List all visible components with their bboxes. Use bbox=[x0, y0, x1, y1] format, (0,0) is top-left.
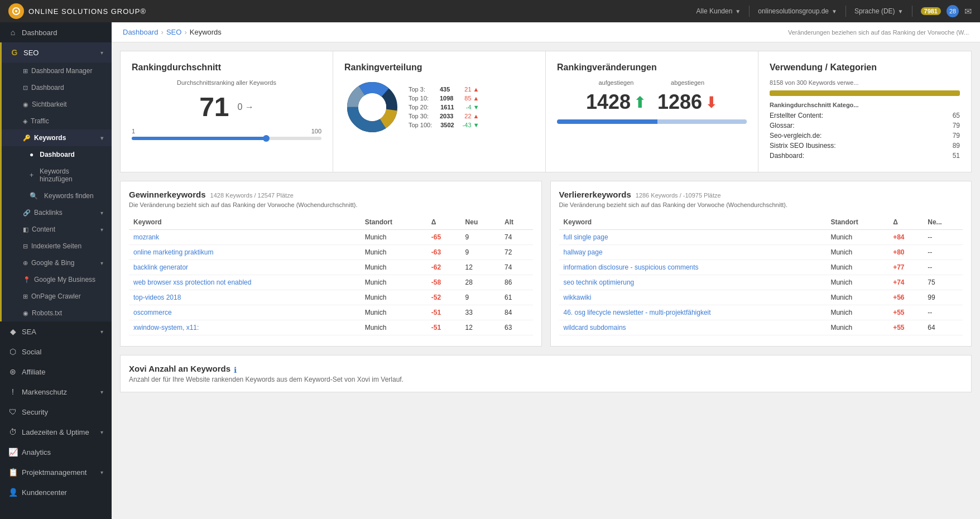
sidebar-sub-content[interactable]: ◧ Content ▾ bbox=[2, 221, 112, 238]
standort-cell-l: Munich bbox=[826, 290, 888, 305]
delta-cell-l: +80 bbox=[888, 245, 923, 260]
col-keyword: Keyword bbox=[129, 215, 361, 230]
kw-cell[interactable]: online marketing praktikum bbox=[129, 245, 361, 260]
table-row: online marketing praktikum Munich -63 9 … bbox=[129, 245, 533, 260]
kw-cell-l[interactable]: seo vergleichswerte bbox=[559, 335, 827, 338]
standort-cell-l: Munich bbox=[826, 260, 888, 275]
table-row: xwindow-system, x11: Munich -51 12 63 bbox=[129, 320, 533, 335]
language-selector[interactable]: Sprache (DE) ▼ bbox=[854, 7, 904, 15]
notification-badge[interactable]: 28 bbox=[947, 5, 959, 17]
social-icon: ⬡ bbox=[8, 347, 17, 356]
sidebar-item-analytics[interactable]: 📈 Analytics bbox=[0, 442, 112, 462]
chevron-pm: ▾ bbox=[100, 469, 103, 475]
col-alt: Alt bbox=[500, 215, 532, 230]
sidebar-sub-onpage[interactable]: ⊞ OnPage Crawler bbox=[2, 288, 112, 305]
standort-cell: Munich bbox=[361, 305, 427, 320]
chevron-gb: ▾ bbox=[100, 260, 103, 266]
kw-cell[interactable]: oscommerce bbox=[129, 305, 361, 320]
kw-cell[interactable]: top-videos 2018 bbox=[129, 290, 361, 305]
sidebar-item-dashboard[interactable]: ⌂ Dashboard bbox=[0, 22, 112, 42]
breadcrumb-bar: Dashboard › SEO › Keywords Veränderungen… bbox=[112, 22, 980, 42]
sidebar-item-projektmanagement[interactable]: 📋 Projektmanagement ▾ bbox=[0, 462, 112, 482]
delta-cell-l: +55 bbox=[888, 305, 923, 320]
sidebar-sub-robots[interactable]: ◉ Robots.txt bbox=[2, 305, 112, 321]
logo[interactable]: Online Solutions Group® bbox=[8, 3, 146, 19]
dashboard-icon: ⊡ bbox=[23, 84, 28, 92]
breadcrumb-dashboard[interactable]: Dashboard bbox=[123, 28, 158, 36]
standort-cell: Munich bbox=[361, 320, 427, 335]
kw-cell-l[interactable]: hallway page bbox=[559, 245, 827, 260]
breadcrumb-seo[interactable]: SEO bbox=[166, 28, 181, 36]
usage-label-header: Rankingdurchschnitt Katego... bbox=[770, 102, 960, 108]
avg-subtitle: Durchschnittsranking aller Keywords bbox=[132, 79, 321, 86]
sidebar-sub-keywords-add[interactable]: + Keywords hinzufügen bbox=[2, 163, 112, 188]
customer-selector[interactable]: Alle Kunden ▼ bbox=[696, 7, 741, 15]
domain-selector[interactable]: onlinesolutionsgroup.de ▼ bbox=[758, 7, 837, 15]
sidebar-sub-backlinks[interactable]: 🔗 Backlinks ▾ bbox=[2, 204, 112, 221]
sidebar-sub-dashboard[interactable]: ⊡ Dashboard bbox=[2, 79, 112, 96]
sidebar-item-seo[interactable]: G SEO ▾ bbox=[2, 42, 112, 63]
kw-cell-l[interactable]: wikkawiki bbox=[559, 290, 827, 305]
sidebar-sub-indexierte[interactable]: ⊟ Indexierte Seiten bbox=[2, 238, 112, 254]
sidebar-item-security[interactable]: 🛡 Security bbox=[0, 402, 112, 422]
xovi-title: Xovi Anzahl an Keywords bbox=[129, 364, 230, 373]
kw-cell[interactable]: online marketing mode bbox=[129, 335, 361, 338]
markenschutz-label: Markenschutz bbox=[22, 388, 96, 396]
loser-table-scroll[interactable]: Keyword Standort Δ Ne... full single pag… bbox=[559, 215, 963, 338]
avg-scale-min: 1 bbox=[132, 128, 135, 134]
sea-label: SEA bbox=[22, 328, 96, 336]
winner-card: Gewinnerkeywords 1428 Keywords / 12547 P… bbox=[120, 181, 542, 347]
xovi-section: Xovi Anzahl an Keywords ℹ Anzahl der für… bbox=[120, 355, 972, 392]
svg-point-7 bbox=[358, 93, 386, 121]
rank-up-label: aufgestiegen bbox=[586, 79, 646, 86]
sidebar-item-affiliate[interactable]: ⊛ Affiliate bbox=[0, 362, 112, 382]
sidebar-item-social[interactable]: ⬡ Social bbox=[0, 342, 112, 362]
g-icon: G bbox=[10, 48, 19, 57]
up-arrow-icon: ⬆ bbox=[633, 93, 646, 112]
pm-label: Projektmanagement bbox=[22, 468, 96, 477]
kw-cell-l[interactable]: 46. osg lifecycle newsletter - multi-pro… bbox=[559, 305, 827, 320]
sidebar-sub-keywords-find[interactable]: 🔍 Keywords finden bbox=[2, 188, 112, 204]
analytics-label: Analytics bbox=[22, 448, 103, 456]
alt-cell: 86 bbox=[500, 275, 532, 290]
kw-cell-l[interactable]: information disclosure - suspicious comm… bbox=[559, 260, 827, 275]
sidebar-item-markenschutz[interactable]: ! Markenschutz ▾ bbox=[0, 382, 112, 402]
rank-bar-container bbox=[557, 119, 747, 124]
neu-cell: 12 bbox=[461, 260, 501, 275]
sidebar-sub-sichtbarkeit[interactable]: ◉ Sichtbarkeit bbox=[2, 96, 112, 113]
dist-row-top3: Top 3: 435 21 ▲ bbox=[409, 85, 479, 94]
usage-bar bbox=[770, 90, 960, 96]
sidebar-item-sea[interactable]: ◆ SEA ▾ bbox=[0, 321, 112, 342]
badge-count[interactable]: 7981 bbox=[921, 7, 941, 15]
winner-table-scroll[interactable]: Keyword Standort Δ Neu Alt mozrank Munic… bbox=[129, 215, 533, 338]
sidebar-sub-traffic[interactable]: ◈ Traffic bbox=[2, 113, 112, 129]
kw-cell[interactable]: web browser xss protection not enabled bbox=[129, 275, 361, 290]
kw-cell-l[interactable]: full single page bbox=[559, 230, 827, 245]
kw-cell[interactable]: mozrank bbox=[129, 230, 361, 245]
loser-table-header: Keyword Standort Δ Ne... bbox=[559, 215, 963, 230]
usage-row-4: Sistrix SEO Ibusiness: 89 bbox=[770, 141, 960, 151]
keyword-tables-section: Gewinnerkeywords 1428 Keywords / 12547 P… bbox=[120, 181, 972, 347]
alt-cell: 74 bbox=[500, 230, 532, 245]
kw-cell-l[interactable]: seo technik optimierung bbox=[559, 275, 827, 290]
sidebar-seo-section: G SEO ▾ ⊞ Dashboard Manager ⊡ Dashboard … bbox=[0, 42, 112, 321]
affiliate-icon: ⊛ bbox=[8, 367, 17, 376]
kw-cell-l[interactable]: wildcard subdomains bbox=[559, 320, 827, 335]
kunden-label: Kundencenter bbox=[22, 488, 103, 497]
sidebar-item-ladezeiten[interactable]: ⏱ Ladezeiten & Uptime ▾ bbox=[0, 422, 112, 442]
sidebar-sub-google-bing[interactable]: ⊕ Google & Bing ▾ bbox=[2, 254, 112, 271]
info-icon[interactable]: ℹ bbox=[234, 366, 237, 374]
table-row: oscommerce Munich -51 33 84 bbox=[129, 305, 533, 320]
sidebar-sub-dashboard-manager[interactable]: ⊞ Dashboard Manager bbox=[2, 63, 112, 79]
affiliate-label: Affiliate bbox=[22, 368, 103, 376]
donut-legend: Top 3: 435 21 ▲ Top 10: 1098 85 ▲ Top 20… bbox=[409, 85, 479, 129]
sidebar-item-kundencenter[interactable]: 👤 Kundencenter bbox=[0, 482, 112, 502]
kw-cell[interactable]: backlink generator bbox=[129, 260, 361, 275]
sidebar-sub-keywords[interactable]: 🔑 Keywords ▾ bbox=[2, 129, 112, 146]
envelope-icon[interactable]: ✉ bbox=[964, 6, 972, 17]
standort-cell-l: Munich bbox=[826, 275, 888, 290]
kw-cell[interactable]: xwindow-system, x11: bbox=[129, 320, 361, 335]
sidebar-sub-gmb[interactable]: 📍 Google My Business bbox=[2, 271, 112, 288]
sidebar-sub-keywords-dashboard[interactable]: ● Dashboard bbox=[2, 146, 112, 163]
delta-cell: -51 bbox=[427, 305, 461, 320]
